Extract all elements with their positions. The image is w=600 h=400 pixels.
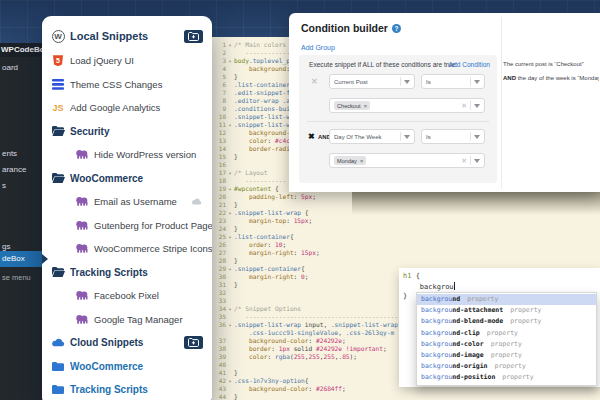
snippet-rows: WLocal Snippets5Load jQuery UITheme CSS … [42,23,212,400]
autocomplete-item-background-color[interactable]: background-colorproperty [417,339,596,350]
sidebar-item-dashboard[interactable]: oard [2,63,18,72]
typed-text: backgrou [420,283,454,291]
code-text: order: 10; [234,241,286,249]
code-text: .css-1uccc91-singleValue, .css-26l3qy-m [234,329,394,337]
help-icon[interactable]: ? [392,24,401,33]
fold-arrow-icon[interactable]: ▾ [226,41,234,49]
item-meta: property [502,373,533,381]
code-text: } [234,281,238,289]
icon-slot [50,173,66,183]
comparator-select[interactable]: Is [421,129,485,144]
icon-slot [74,244,90,253]
local-snippets-header[interactable]: WLocal Snippets [42,23,212,49]
clear-icon[interactable]: ✕ [461,102,467,110]
cloud-folder-icon [52,385,64,394]
add-folder-button[interactable] [184,30,203,43]
snippet-row-add-google-analytics[interactable]: JSAdd Google Analytics [42,96,212,120]
wp-admin-bar-site-name[interactable]: WPCodeBox [0,43,47,57]
match-text: backgrou [421,362,452,370]
autocomplete-item-background-image[interactable]: background-imageproperty [417,350,596,361]
snippet-row-tracking-scripts[interactable]: Tracking Scripts [42,378,212,400]
snippet-row-load-jquery-ui[interactable]: 5Load jQuery UI [42,49,212,73]
snippet-row-woocommerce[interactable]: WooCommerce [42,355,212,379]
fold-arrow-icon[interactable]: ▾ [226,57,234,65]
php-icon [76,244,88,253]
snippet-row-woocommerce[interactable]: WooCommerce [42,167,212,191]
line-number: 9 [212,105,226,113]
autocomplete-item-background[interactable]: backgroundproperty [417,294,596,305]
clear-icon[interactable]: ✕ [461,157,467,165]
line-number: 42 [212,377,226,385]
icon-slot [50,126,66,136]
gutter-spacer [226,89,234,97]
autocomplete-item-background-position[interactable]: background-positionproperty [417,372,596,383]
code-text: .editor-wrap .ac [234,97,294,105]
fold-arrow-icon[interactable]: ▾ [226,121,234,129]
remove-condition-icon[interactable]: ✖ [308,132,315,141]
code-text: border: 1px solid #24292e !important; [234,345,387,353]
field-select[interactable]: Current Post [329,74,415,89]
sidebar-item-collapse-menu[interactable]: se menu [2,273,31,282]
autocomplete-item-background-origin[interactable]: background-originproperty [417,361,596,372]
code-line: 28} [212,257,600,265]
fold-arrow-icon[interactable]: ▾ [226,377,234,385]
fold-arrow-icon[interactable]: ▾ [226,321,234,329]
snippet-row-security[interactable]: Security [42,120,212,144]
chevron-down-icon [404,80,410,87]
add-condition-link[interactable]: Add Condition [449,61,490,68]
line-number: 24 [212,225,226,233]
add-group-link[interactable]: Add Group [301,44,335,51]
sidebar-item-plugins[interactable]: s [2,181,6,190]
sidebar-item-appearance[interactable]: arance [2,165,26,174]
code-text: .conditions-buil [234,105,294,113]
line-number: 40 [212,361,226,369]
line-number: 33 [212,297,226,305]
autocomplete-item-background-attachment[interactable]: background-attachmentproperty [417,305,596,316]
autocomplete-editor[interactable]: h1 { backgrou } backgroundpropertybackgr… [399,268,600,387]
code-line: 23 margin-top: 15px; [212,217,600,225]
fold-arrow-icon[interactable]: ▾ [226,209,234,217]
line-number: 16 [212,161,226,169]
autocomplete-dropdown[interactable]: backgroundpropertybackground-attachmentp… [416,292,597,386]
sidebar-item-wpcodebox-active[interactable]: deBox [0,251,47,267]
php-icon [76,291,88,300]
cloud-snippets-header[interactable]: Cloud Snippets [42,331,212,355]
line-number: 44 [212,393,226,400]
tag-remove-icon[interactable]: × [364,103,367,109]
snippet-label: Tracking Scripts [70,267,148,278]
cloud-badge-icon [191,198,202,205]
fold-arrow-icon[interactable]: ▾ [226,305,234,313]
fold-arrow-icon[interactable]: ▾ [226,233,234,241]
snippet-row-theme-css-changes[interactable]: Theme CSS Changes [42,73,212,97]
remove-condition-icon[interactable]: ✕ [311,77,318,86]
gutter-spacer [226,273,234,281]
code-line: 24} [212,225,600,233]
autocomplete-item-background-blend-mode[interactable]: background-blend-modeproperty [417,316,596,327]
snippet-row-woocommerce-stripe-icons[interactable]: WooCommerce Stripe Icons [42,237,212,261]
snippet-row-email-as-username[interactable]: Email as Username [42,190,212,214]
snippet-row-facebook-pixel[interactable]: Facebook Pixel [42,284,212,308]
snippet-row-google-tag-manager[interactable]: Google Tag Manager [42,308,212,332]
fold-arrow-icon[interactable]: ▾ [226,185,234,193]
fold-arrow-icon[interactable]: ▾ [226,265,234,273]
tag-remove-icon[interactable]: × [360,158,363,164]
comparator-select[interactable]: Is [421,74,485,89]
snippet-row-gutenberg-for-product-pages[interactable]: Gutenberg for Product Pages [42,214,212,238]
value-tag: Monday × [334,156,366,165]
sidebar-item-settings[interactable]: gs [2,242,10,251]
snippet-label: Local Snippets [70,30,148,42]
value-select[interactable]: Monday × ✕ [329,153,485,168]
snippet-label: Email as Username [94,196,177,207]
snippet-row-tracking-scripts[interactable]: Tracking Scripts [42,261,212,285]
field-select[interactable]: Day Of The Week [329,129,415,144]
add-folder-button[interactable] [184,336,203,349]
value-select[interactable]: Checkout × ✕ [329,98,485,113]
autocomplete-item-background-clip[interactable]: background-clipproperty [417,328,596,339]
fold-arrow-icon[interactable]: ▾ [226,169,234,177]
sidebar-item-comments[interactable]: ents [2,149,17,158]
icon-slot [74,291,90,300]
snippet-label: Cloud Snippets [70,337,143,348]
condition-group-box: Execute snippet if ALL of these conditio… [299,55,497,183]
snippet-row-hide-wordpress-version[interactable]: Hide WordPress version [42,143,212,167]
icon-slot [50,362,66,371]
